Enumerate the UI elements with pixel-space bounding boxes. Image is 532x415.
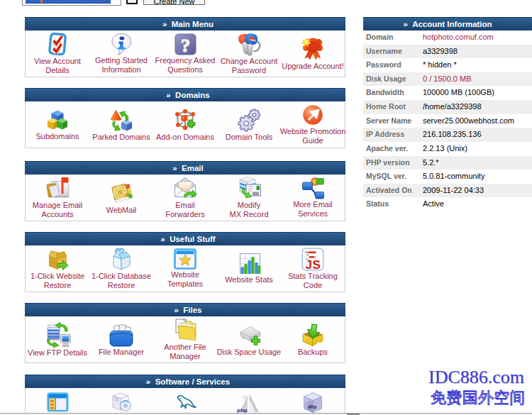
svg-text:JS: JS — [306, 258, 321, 271]
svg-text:php: php — [237, 407, 248, 413]
svg-text:?: ? — [181, 35, 190, 55]
